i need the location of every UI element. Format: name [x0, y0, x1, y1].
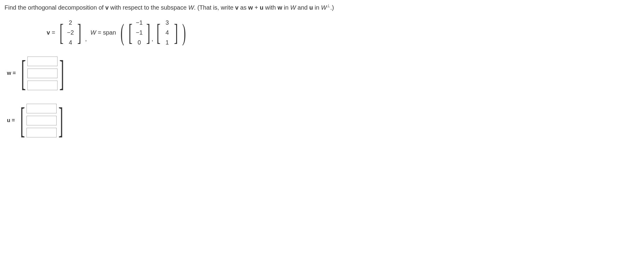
- left-bracket-icon: [: [129, 22, 132, 43]
- vector-entry: 1: [163, 39, 171, 46]
- u-symbol: u: [260, 4, 263, 11]
- comma: ,: [85, 35, 87, 42]
- equals: =: [50, 29, 55, 36]
- u-symbol: u: [309, 4, 313, 11]
- w-input-vector: [ ]: [20, 57, 65, 90]
- left-bracket-icon: [: [21, 58, 26, 89]
- vector-entry: 2: [66, 19, 75, 26]
- text: as: [238, 4, 248, 11]
- w-symbol: w: [278, 4, 282, 11]
- text: with respect to the subspace: [109, 4, 188, 11]
- u-entry-2-input[interactable]: [26, 116, 57, 125]
- text: . (That is, write: [194, 4, 235, 11]
- w-entry-1-input[interactable]: [27, 57, 58, 66]
- text: with: [263, 4, 278, 11]
- left-bracket-icon: [: [60, 22, 64, 43]
- given-values: v = [ 2 −2 4 ] , W = span ( [ −1 −1 0 ] …: [47, 19, 639, 46]
- w-answer-label: w =: [7, 70, 16, 76]
- left-bracket-icon: [: [20, 105, 25, 136]
- basis-vector-1: [ −1 −1 0 ]: [126, 19, 152, 46]
- right-bracket-icon: ]: [77, 22, 81, 43]
- u-entry-3-input[interactable]: [26, 128, 57, 137]
- right-bracket-icon: ]: [58, 105, 63, 136]
- u-input-vector: [ ]: [20, 104, 64, 137]
- vector-entry: 4: [66, 39, 75, 46]
- text: Find the orthogonal decomposition of: [5, 4, 105, 11]
- span-label: = span: [96, 29, 116, 36]
- span-set: ( [ −1 −1 0 ] , [ 3 4 1 ] ): [118, 19, 188, 46]
- u-entry-1-input[interactable]: [26, 104, 57, 113]
- vector-entry: 3: [163, 19, 171, 26]
- v-symbol: v: [105, 4, 109, 11]
- v-symbol: v: [235, 4, 238, 11]
- w-entry-2-input[interactable]: [27, 69, 58, 78]
- left-bracket-icon: [: [156, 22, 160, 43]
- u-answer-row: u = [ ]: [7, 104, 639, 137]
- right-bracket-icon: ]: [146, 22, 150, 43]
- right-bracket-icon: ]: [59, 58, 64, 89]
- v-vector: [ 2 −2 4 ]: [58, 19, 83, 46]
- text: .): [330, 4, 334, 11]
- w-symbol: w: [248, 4, 253, 11]
- right-bracket-icon: ]: [174, 22, 178, 43]
- right-paren-icon: ): [182, 22, 186, 43]
- vector-entry: −1: [135, 29, 144, 36]
- w-answer-row: w = [ ]: [7, 57, 639, 90]
- v-label: v: [47, 29, 50, 36]
- text: and: [296, 4, 309, 11]
- perp-icon: ⊥: [327, 3, 330, 8]
- W-symbol: W: [188, 4, 194, 11]
- W-label: W: [90, 29, 96, 36]
- comma: ,: [151, 35, 153, 42]
- vector-entry: −1: [135, 19, 144, 26]
- vector-entry: 0: [135, 39, 144, 46]
- W-symbol: W: [290, 4, 296, 11]
- vector-entry: −2: [66, 29, 75, 36]
- text: in: [282, 4, 290, 11]
- problem-statement: Find the orthogonal decomposition of v w…: [5, 3, 639, 12]
- vector-entry: 4: [163, 29, 171, 36]
- left-paren-icon: (: [121, 22, 124, 43]
- basis-vector-2: [ 3 4 1 ]: [154, 19, 180, 46]
- W-perp-symbol: W: [321, 4, 327, 11]
- u-answer-label: u =: [7, 117, 15, 124]
- text: +: [253, 4, 260, 11]
- text: in: [313, 4, 321, 11]
- w-entry-3-input[interactable]: [27, 81, 58, 90]
